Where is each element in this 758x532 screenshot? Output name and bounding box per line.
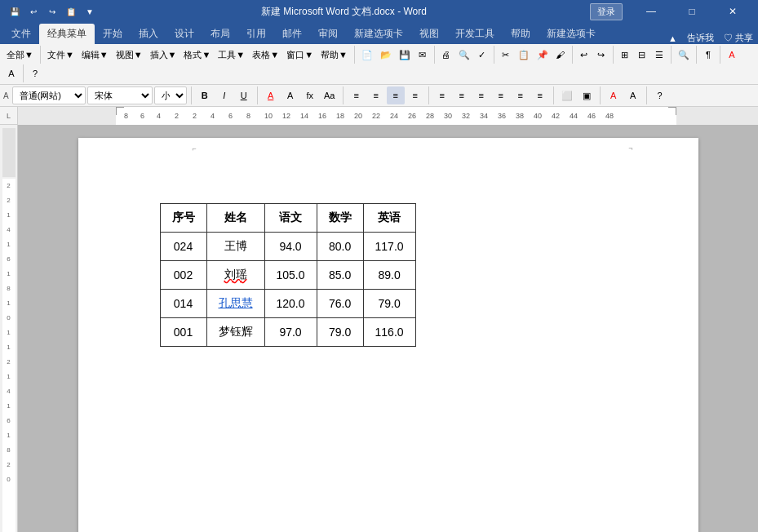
- align-left-btn[interactable]: ≡: [348, 86, 366, 104]
- font-color-btn2[interactable]: A: [262, 86, 280, 104]
- sep10: [23, 64, 24, 82]
- share-btn[interactable]: ♡ 共享: [719, 32, 758, 44]
- close-button[interactable]: ✕: [714, 0, 751, 23]
- print-btn[interactable]: 🖨: [438, 46, 454, 64]
- menu-window[interactable]: 窗口▼: [283, 46, 317, 64]
- tab-developer[interactable]: 开发工具: [447, 24, 503, 44]
- spellcheck-btn[interactable]: ✓: [474, 46, 490, 64]
- customize-icon[interactable]: 📋: [63, 3, 79, 20]
- decrease-indent2-btn[interactable]: ≡: [512, 86, 530, 104]
- dropdown-icon[interactable]: ▼: [82, 3, 98, 20]
- bullets-btn[interactable]: ≡: [433, 86, 451, 104]
- help2-btn[interactable]: ?: [651, 86, 669, 104]
- menu-edit[interactable]: 编辑▼: [78, 46, 112, 64]
- copy-btn[interactable]: 📋: [515, 46, 533, 64]
- insert-table-btn[interactable]: ⊞: [617, 46, 633, 64]
- undo-btn[interactable]: ↩: [576, 46, 592, 64]
- tab-file[interactable]: 文件: [3, 24, 39, 44]
- size-select[interactable]: 小二: [154, 86, 187, 104]
- redo-btn[interactable]: ↪: [593, 46, 610, 64]
- tab-help[interactable]: 帮助: [503, 24, 539, 44]
- tab-design[interactable]: 设计: [166, 24, 202, 44]
- document-area: ⌐ ¬ 序号 姓名 语文 数学 英语 024 王博: [18, 125, 758, 532]
- cell-chinese-2: 105.0: [264, 261, 317, 290]
- menu-view[interactable]: 视图▼: [113, 46, 146, 64]
- menu-file[interactable]: 文件▼: [44, 46, 78, 64]
- align-center-btn[interactable]: ≡: [367, 86, 385, 104]
- collapse-ribbon-btn[interactable]: ▲: [663, 33, 682, 43]
- case-btn[interactable]: Aa: [321, 86, 339, 104]
- formula-btn[interactable]: fx: [301, 86, 319, 104]
- redo-icon[interactable]: ↪: [44, 3, 60, 20]
- new-doc-btn[interactable]: 📄: [358, 46, 376, 64]
- show-hide-btn[interactable]: ¶: [700, 46, 716, 64]
- menu-tools[interactable]: 工具▼: [215, 46, 248, 64]
- increase-indent-btn[interactable]: ≡: [492, 86, 510, 104]
- print-preview-btn[interactable]: 🔍: [455, 46, 473, 64]
- minimize-button[interactable]: —: [632, 0, 670, 23]
- save-btn[interactable]: 💾: [396, 46, 414, 64]
- menu-toolbar: 全部▼ 文件▼ 编辑▼ 视图▼ 插入▼ 格式▼ 工具▼ 表格▼ 窗口▼ 帮助▼ …: [0, 44, 758, 85]
- tell-me-btn[interactable]: 告诉我: [682, 32, 719, 44]
- border-btn[interactable]: ⬜: [558, 86, 576, 104]
- highlight2-btn[interactable]: A: [624, 86, 642, 104]
- underline-btn[interactable]: U: [235, 86, 253, 104]
- tab-insert[interactable]: 插入: [131, 24, 166, 44]
- undo-icon[interactable]: ↩: [25, 3, 42, 20]
- sep12: [257, 86, 258, 104]
- shading-btn[interactable]: ▣: [578, 86, 596, 104]
- title-bar: 💾 ↩ ↪ 📋 ▼ 新建 Microsoft Word 文档.docx - Wo…: [0, 0, 758, 23]
- italic-btn[interactable]: I: [215, 86, 233, 104]
- style-select[interactable]: 普通(网站): [12, 86, 86, 104]
- left-margin-marker: [116, 107, 124, 115]
- align-right-btn[interactable]: ≡: [387, 86, 405, 104]
- cell-name-3: 孔思慧: [206, 290, 264, 318]
- sep15: [553, 86, 554, 104]
- menu-all[interactable]: 全部▼: [3, 46, 37, 64]
- sep9: [720, 46, 720, 64]
- tab-newtab1[interactable]: 新建选项卡: [346, 24, 411, 44]
- cell-math-2: 85.0: [317, 261, 363, 290]
- tab-references[interactable]: 引用: [238, 24, 274, 44]
- bold-btn[interactable]: B: [196, 86, 214, 104]
- open-btn[interactable]: 📂: [377, 46, 395, 64]
- font-color-btn[interactable]: A: [724, 46, 740, 64]
- formatpaint-btn[interactable]: 🖌: [552, 46, 569, 64]
- tab-classic-menu[interactable]: 经典菜单: [39, 24, 95, 44]
- font-format-btn[interactable]: A: [281, 86, 299, 104]
- cell-id-1: 024: [160, 233, 206, 261]
- paste-btn[interactable]: 📌: [534, 46, 552, 64]
- ruler-area: L 8 6 4 2 2 4 6 8 10 12 14 16 18 20 22 2…: [0, 107, 758, 125]
- cell-chinese-3: 120.0: [264, 290, 317, 318]
- tab-layout[interactable]: 布局: [202, 24, 238, 44]
- cell-english-4: 116.0: [363, 318, 415, 347]
- menu-help[interactable]: 帮助▼: [317, 46, 351, 64]
- tab-home[interactable]: 开始: [95, 24, 131, 44]
- document-page[interactable]: ⌐ ¬ 序号 姓名 语文 数学 英语 024 王博: [78, 138, 698, 532]
- tab-review[interactable]: 审阅: [310, 24, 346, 44]
- tab-view[interactable]: 视图: [411, 24, 447, 44]
- increase-indent2-btn[interactable]: ≡: [531, 86, 549, 104]
- ruler-corner: L: [0, 107, 18, 124]
- email-btn[interactable]: ✉: [414, 46, 431, 64]
- columns-btn[interactable]: ☰: [651, 46, 667, 64]
- cut-btn[interactable]: ✂: [498, 46, 514, 64]
- menu-format[interactable]: 格式▼: [180, 46, 214, 64]
- save-icon[interactable]: 💾: [7, 3, 23, 20]
- decrease-indent-btn[interactable]: ≡: [472, 86, 490, 104]
- menu-table[interactable]: 表格▼: [249, 46, 282, 64]
- login-button[interactable]: 登录: [590, 3, 623, 20]
- justify-btn[interactable]: ≡: [406, 86, 424, 104]
- help-btn[interactable]: ?: [27, 64, 43, 82]
- fontcolor2-btn[interactable]: A: [605, 86, 623, 104]
- tab-mailings[interactable]: 邮件: [274, 24, 310, 44]
- tab-newtab2[interactable]: 新建选项卡: [539, 24, 604, 44]
- font-select[interactable]: 宋体: [87, 86, 153, 104]
- numbering-btn[interactable]: ≡: [453, 86, 471, 104]
- highlight-btn[interactable]: A: [3, 64, 20, 82]
- insert-col-btn[interactable]: ⊟: [634, 46, 650, 64]
- menu-insert[interactable]: 插入▼: [147, 46, 180, 64]
- zoom-in-btn[interactable]: 🔍: [675, 46, 693, 64]
- cell-id-4: 001: [160, 318, 206, 347]
- maximize-button[interactable]: □: [673, 0, 711, 23]
